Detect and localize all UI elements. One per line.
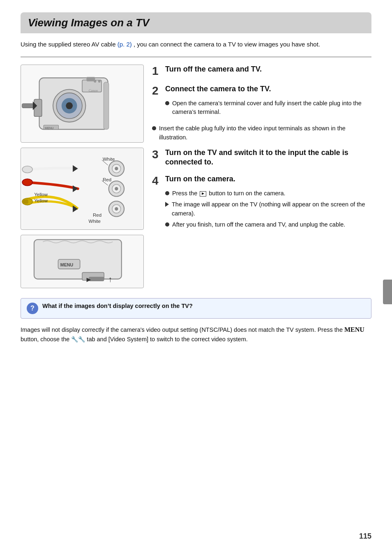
intro-text-before: Using the supplied stereo AV cable [21, 41, 116, 48]
bottom-paragraph: Images will not display correctly if the… [21, 324, 371, 345]
svg-text:Yellow: Yellow [34, 198, 48, 203]
svg-rect-27 [22, 199, 28, 204]
svg-point-29 [22, 179, 32, 186]
svg-text:↑: ↑ [108, 275, 113, 284]
step-2-header: 2 Connect the camera to the TV. [152, 84, 371, 97]
svg-text:White: White [103, 157, 115, 162]
step-3-title: Turn on the TV and switch it to the inpu… [165, 148, 371, 167]
step-4-header: 4 Turn on the camera. [152, 174, 371, 187]
right-steps: 1 Turn off the camera and TV. 2 Connect … [144, 65, 371, 288]
intro-paragraph: Using the supplied stereo AV cable (p. 2… [21, 40, 371, 49]
step-1-header: 1 Turn off the camera and TV. [152, 65, 371, 77]
svg-text:Canon: Canon [89, 88, 98, 92]
camera-illustration-1: Canon MENU [21, 65, 144, 143]
page-container: Viewing Images on a TV Using the supplie… [0, 0, 392, 369]
bullet-circle-icon-4 [165, 222, 169, 227]
step-4: 4 Turn on the camera. Press the ▶ button… [152, 174, 371, 229]
step-3-number: 3 [152, 148, 165, 160]
intro-text-after: , you can connect the camera to a TV to … [134, 41, 320, 48]
svg-rect-45 [89, 277, 104, 281]
bullet-circle-icon-3 [165, 191, 169, 195]
svg-rect-8 [34, 99, 42, 116]
step-2-bullet-1: Open the camera’s terminal cover and ful… [165, 99, 371, 117]
svg-point-22 [115, 187, 118, 190]
play-button-icon: ▶ [200, 191, 206, 197]
svg-point-19 [115, 167, 118, 170]
step-3: 3 Turn on the TV and switch it to the in… [152, 148, 371, 167]
svg-text:MENU: MENU [45, 126, 54, 130]
main-layout: Canon MENU [21, 65, 371, 288]
step-4-bullet-3-text: After you finish, turn off the camera an… [172, 220, 345, 229]
step-3-header: 3 Turn on the TV and switch it to the in… [152, 148, 371, 167]
left-illustrations: Canon MENU [21, 65, 144, 288]
svg-text:Red: Red [93, 212, 101, 217]
menu-word: MENU [344, 326, 364, 333]
step-4-bullet-2: The image will appear on the TV (nothing… [165, 200, 371, 218]
svg-text:MENU: MENU [60, 262, 74, 267]
bullet-triangle-icon [165, 202, 169, 207]
step-2: 2 Connect the camera to the TV. Open the… [152, 84, 371, 117]
question-mark: ? [30, 305, 35, 312]
page-title: Viewing Images on a TV [28, 16, 364, 29]
step-4-bullet-2-text: The image will appear on the TV (nothing… [172, 200, 371, 218]
intro-link[interactable]: (p. 2) [118, 41, 132, 48]
step-1-number: 1 [152, 65, 165, 77]
step-4-bullet-3: After you finish, turn off the camera an… [165, 220, 371, 229]
svg-point-15 [98, 80, 101, 82]
step-2-bullet-1-text: Open the camera’s terminal cover and ful… [172, 99, 371, 117]
section-divider [21, 57, 371, 57]
svg-point-28 [22, 166, 32, 173]
step-2-bullet-2-text: Insert the cable plug fully into the vid… [159, 124, 371, 142]
svg-text:White: White [89, 219, 101, 224]
svg-text:Yellow: Yellow [34, 192, 48, 197]
step-4-bullet-1-text: Press the ▶ button to turn on the camera… [172, 189, 286, 198]
step-2-continued: Insert the cable plug fully into the vid… [152, 124, 371, 142]
bullet-circle-icon [165, 101, 169, 105]
cables-illustration: White Red Yellow Yellow Red White [21, 148, 144, 230]
step-2-content: Open the camera’s terminal cover and ful… [165, 99, 371, 117]
info-box: ? What if the images don’t display corre… [21, 298, 371, 319]
step-4-content: Press the ▶ button to turn on the camera… [165, 189, 371, 229]
svg-point-14 [94, 80, 96, 82]
info-box-text: What if the images don’t display correct… [42, 303, 193, 309]
page-number: 115 [359, 532, 371, 541]
svg-point-25 [115, 207, 118, 210]
step-4-number: 4 [152, 174, 165, 187]
step-4-bullet-1: Press the ▶ button to turn on the camera… [165, 189, 371, 198]
svg-point-4 [66, 102, 73, 109]
title-box: Viewing Images on a TV [21, 12, 371, 33]
step-2-number: 2 [152, 84, 165, 97]
step-4-title: Turn on the camera. [165, 174, 235, 184]
svg-text:Red: Red [103, 177, 111, 182]
bullet-circle-icon-2 [152, 126, 156, 130]
wrench-tab-icon: 🔧🔧 [71, 336, 85, 342]
step-2-continued-content: Insert the cable plug fully into the vid… [152, 124, 371, 142]
side-tab [383, 280, 392, 304]
step-2-bullet-2: Insert the cable plug fully into the vid… [152, 124, 371, 142]
step-2-title: Connect the camera to the TV. [165, 84, 271, 94]
svg-rect-6 [86, 77, 95, 81]
svg-rect-13 [104, 82, 109, 129]
step-1: 1 Turn off the camera and TV. [152, 65, 371, 77]
step-1-title: Turn off the camera and TV. [165, 65, 262, 74]
question-icon: ? [27, 303, 38, 314]
camera-illustration-2: MENU ↑ [21, 235, 144, 288]
